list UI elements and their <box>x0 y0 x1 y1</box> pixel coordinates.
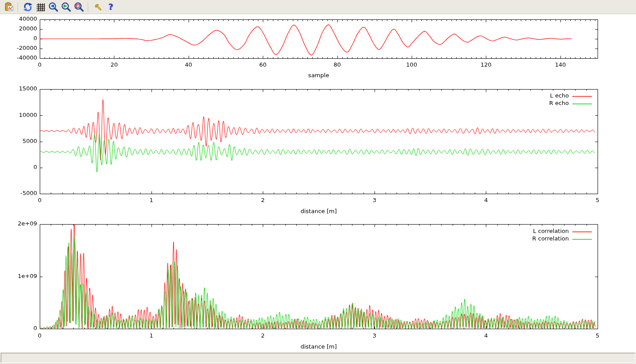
magnifier-left-arrow-icon <box>48 2 59 12</box>
toolbar-separator <box>88 2 89 12</box>
zoom-next-button[interactable] <box>60 1 72 13</box>
question-mark-icon: ? ? <box>106 2 116 12</box>
zoom-previous-button[interactable] <box>47 1 59 13</box>
magnifier-right-arrow-icon <box>61 2 72 12</box>
status-bar <box>0 352 636 364</box>
refresh-icon <box>23 2 33 12</box>
configure-button[interactable] <box>92 1 104 13</box>
copy-to-clipboard-button[interactable] <box>3 1 15 13</box>
grid-icon <box>35 2 46 12</box>
svg-text:?: ? <box>108 2 113 11</box>
plot-area <box>0 14 636 352</box>
status-text <box>1 353 635 363</box>
clipboard-plot-icon <box>4 2 14 12</box>
plot-canvas[interactable] <box>0 14 636 352</box>
wrench-icon <box>93 2 103 12</box>
toolbar-separator <box>18 2 19 12</box>
magnifier-rectangle-icon <box>74 2 84 12</box>
toolbar: ? ? <box>0 0 636 14</box>
toggle-grid-button[interactable] <box>34 1 46 13</box>
autoscale-button[interactable] <box>73 1 85 13</box>
replot-button[interactable] <box>22 1 34 13</box>
help-button[interactable]: ? ? <box>105 1 117 13</box>
gnuplot-window: ? ? <box>0 0 636 364</box>
